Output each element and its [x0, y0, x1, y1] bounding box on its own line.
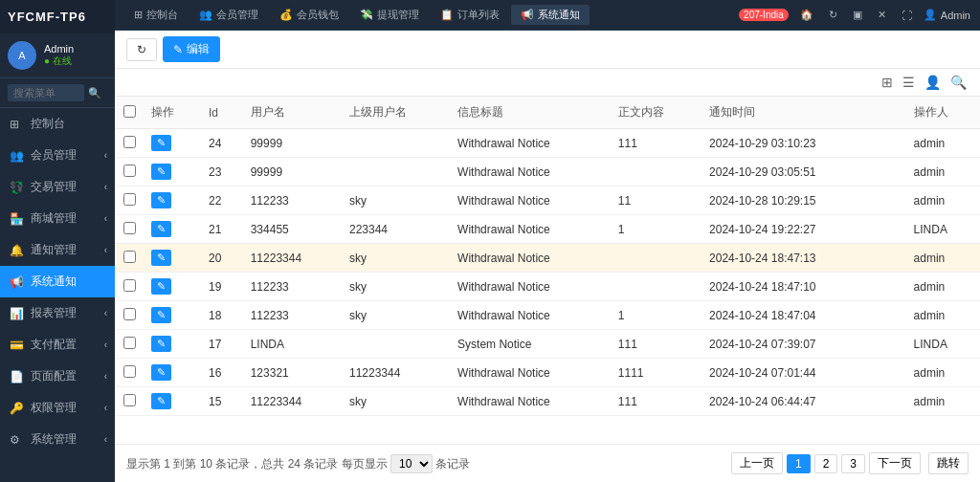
row-notify-time: 2024-10-29 03:10:23 [702, 129, 883, 158]
topbar-tab-member-pkg[interactable]: 💰会员钱包 [270, 5, 348, 25]
row-edit-button[interactable]: ✎ [151, 278, 171, 295]
page-button-1[interactable]: 1 [787, 454, 811, 473]
user-name: Admin [44, 43, 74, 55]
menu-label-system-mgmt: 系统管理 [31, 431, 77, 448]
row-username: 123321 [243, 359, 342, 387]
col-header-content: 正文内容 [611, 97, 702, 129]
row-action-cell: ✎ [144, 359, 201, 387]
row-checkbox[interactable] [123, 394, 136, 406]
row-checkbox-cell[interactable] [115, 244, 144, 273]
sidebar-item-trade-mgmt[interactable]: 💱交易管理‹ [0, 171, 115, 203]
topbar-tab-member-mgmt[interactable]: 👥会员管理 [189, 5, 268, 25]
row-checkbox[interactable] [123, 136, 136, 148]
admin-label: Admin [941, 10, 970, 21]
next-page-button[interactable]: 下一页 [869, 452, 921, 474]
row-checkbox[interactable] [123, 365, 136, 378]
chevron-icon: ‹ [104, 245, 107, 255]
row-checkbox-cell[interactable] [115, 330, 144, 359]
jump-button[interactable]: 跳转 [928, 452, 969, 474]
row-checkbox[interactable] [123, 308, 136, 320]
column-settings-icon[interactable]: 👤 [923, 73, 943, 92]
tab-label-member-pkg: 会员钱包 [297, 8, 339, 22]
row-edit-button[interactable]: ✎ [151, 164, 171, 180]
row-message-title: Withdrawal Notice [450, 215, 611, 244]
sidebar-item-auth-mgmt[interactable]: 🔑权限管理‹ [0, 392, 115, 424]
view-list-icon[interactable]: ☰ [901, 73, 917, 92]
row-checkbox-cell[interactable] [115, 387, 144, 416]
sidebar-item-dashboard[interactable]: ⊞控制台 [0, 108, 115, 140]
row-edit-button[interactable]: ✎ [151, 307, 171, 323]
row-checkbox-cell[interactable] [115, 129, 144, 158]
row-edit-button[interactable]: ✎ [151, 135, 171, 151]
row-sort [883, 359, 906, 387]
row-parent-username: 223344 [342, 215, 450, 244]
topbar-tab-order-list[interactable]: 📋订单列表 [431, 5, 509, 25]
filter-search-icon[interactable]: 🔍 [948, 73, 969, 92]
close-others-icon[interactable]: ▣ [849, 7, 866, 23]
tab-icon-system-notice: 📢 [521, 9, 534, 21]
refresh-icon[interactable]: ↻ [825, 7, 841, 23]
topbar-tab-system-notice[interactable]: 📢系统通知 [511, 5, 590, 25]
view-grid-icon[interactable]: ⊞ [880, 73, 895, 92]
refresh-btn-icon: ↻ [137, 43, 146, 56]
row-checkbox-cell[interactable] [115, 273, 144, 301]
row-edit-button[interactable]: ✎ [151, 250, 171, 266]
row-sort [883, 387, 906, 416]
row-checkbox-cell[interactable] [115, 158, 144, 186]
sidebar-item-member-mgmt[interactable]: 👥会员管理‹ [0, 140, 115, 171]
row-edit-button[interactable]: ✎ [151, 364, 171, 381]
row-edit-button[interactable]: ✎ [151, 192, 171, 208]
row-message-title: Withdrawal Notice [450, 273, 611, 301]
select-all-checkbox[interactable] [123, 105, 136, 118]
col-header-checkbox[interactable] [115, 97, 144, 129]
close-icon[interactable]: ✕ [874, 7, 890, 23]
menu-label-store-mgmt: 商城管理 [31, 210, 77, 227]
sidebar-item-system-mgmt[interactable]: ⚙系统管理‹ [0, 424, 115, 455]
row-checkbox[interactable] [123, 193, 136, 206]
row-checkbox[interactable] [123, 222, 136, 234]
row-notify-time: 2024-10-24 06:44:47 [702, 387, 883, 416]
fullscreen-icon[interactable]: ⛶ [898, 8, 916, 23]
row-checkbox-cell[interactable] [115, 359, 144, 387]
row-id: 18 [201, 301, 243, 330]
sidebar-item-system-notice[interactable]: 📢系统通知 [0, 266, 115, 297]
row-checkbox[interactable] [123, 251, 136, 263]
sidebar-item-notice-mgmt[interactable]: 🔔通知管理‹ [0, 234, 115, 266]
user-profile: A Admin ● 在线 [0, 33, 115, 78]
sidebar-item-store-mgmt[interactable]: 🏪商城管理‹ [0, 203, 115, 234]
chevron-icon: ‹ [104, 150, 107, 161]
sidebar-item-page-config[interactable]: 📄页面配置‹ [0, 361, 115, 392]
row-operator: LINDA [906, 330, 980, 359]
row-parent-username [342, 158, 450, 186]
region-badge: 207-India [739, 9, 789, 21]
row-sort [883, 215, 906, 244]
row-edit-button[interactable]: ✎ [151, 336, 171, 352]
row-edit-button[interactable]: ✎ [151, 221, 171, 237]
edit-button[interactable]: ✎ 编辑 [163, 36, 220, 62]
row-edit-button[interactable]: ✎ [151, 393, 171, 409]
sidebar-item-payment-config[interactable]: 💳支付配置‹ [0, 329, 115, 361]
topbar-tab-dashboard[interactable]: ⊞控制台 [124, 5, 188, 25]
topbar-tab-rebate-mgmt[interactable]: 💸提现管理 [350, 5, 429, 25]
row-parent-username: 11223344 [342, 359, 450, 387]
refresh-button[interactable]: ↻ [126, 38, 157, 61]
search-input[interactable] [8, 84, 84, 101]
col-header-message_title: 信息标题 [450, 97, 611, 129]
page-button-2[interactable]: 2 [814, 454, 838, 473]
row-checkbox-cell[interactable] [115, 186, 144, 215]
search-icon[interactable]: 🔍 [88, 87, 101, 99]
row-checkbox[interactable] [123, 164, 136, 177]
row-id: 24 [201, 129, 243, 158]
menu-label-payment-config: 支付配置 [31, 337, 77, 353]
prev-page-button[interactable]: 上一页 [731, 452, 783, 474]
row-id: 19 [201, 273, 243, 301]
row-checkbox[interactable] [123, 279, 136, 292]
row-username: 11223344 [243, 387, 342, 416]
home-icon[interactable]: 🏠 [796, 7, 817, 23]
row-checkbox-cell[interactable] [115, 215, 144, 244]
page-button-3[interactable]: 3 [841, 454, 865, 473]
row-checkbox-cell[interactable] [115, 301, 144, 330]
page-size-select[interactable]: 102050 [390, 454, 433, 473]
sidebar-item-report-mgmt[interactable]: 📊报表管理‹ [0, 297, 115, 329]
row-checkbox[interactable] [123, 337, 136, 349]
